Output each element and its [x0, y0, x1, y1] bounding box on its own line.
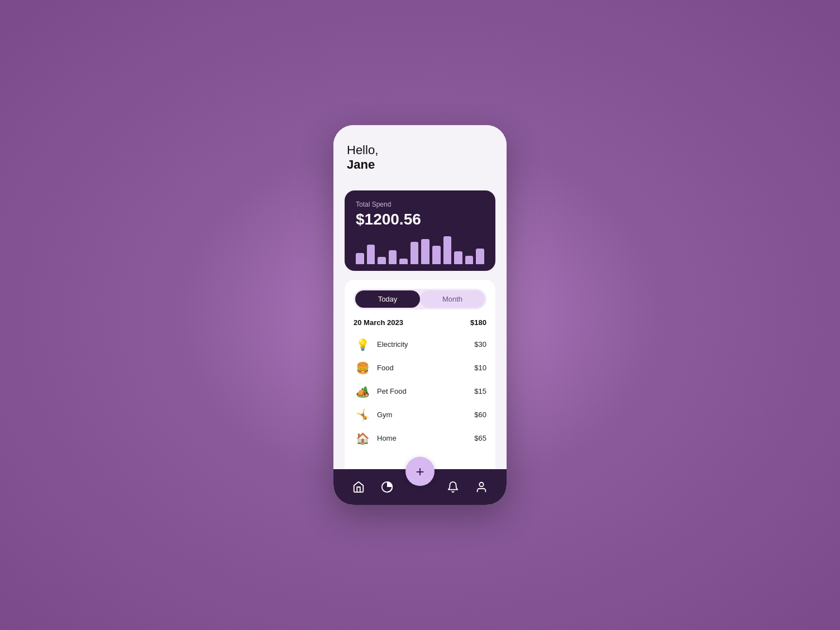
expense-name: Gym	[377, 411, 474, 419]
home-nav-icon[interactable]	[349, 477, 369, 497]
expense-name: Electricity	[377, 340, 474, 349]
bar	[421, 239, 429, 264]
expense-icon: 🍔	[354, 361, 371, 375]
header-section: Hello, Jane	[333, 125, 507, 182]
svg-point-1	[479, 483, 483, 486]
chart-nav-icon[interactable]	[377, 477, 397, 497]
bell-nav-icon[interactable]	[443, 477, 463, 497]
bar	[476, 249, 484, 264]
bar	[411, 242, 419, 264]
bar	[399, 259, 408, 264]
tab-bar: Today Month	[354, 289, 486, 309]
expense-amount: $30	[474, 340, 486, 349]
bar	[443, 236, 452, 264]
spend-card: Total Spend $1200.56	[345, 190, 495, 271]
add-button[interactable]: +	[405, 457, 435, 486]
spend-label: Total Spend	[356, 201, 484, 208]
expense-row[interactable]: 🍔Food$10	[354, 357, 486, 379]
expense-amount: $10	[474, 364, 486, 372]
expense-amount: $15	[474, 387, 486, 395]
expense-amount: $60	[474, 411, 486, 419]
bar	[389, 250, 397, 264]
bar	[356, 253, 364, 264]
profile-nav-icon[interactable]	[471, 477, 491, 497]
date-label: 20 March 2023	[354, 318, 403, 327]
date-row: 20 March 2023 $180	[354, 318, 486, 327]
expense-name: Home	[377, 434, 474, 442]
greeting-hello: Hello,	[347, 143, 493, 157]
tab-today[interactable]: Today	[355, 290, 420, 308]
expense-icon: 🏠	[354, 432, 371, 445]
expense-row[interactable]: 🏕️Pet Food$15	[354, 380, 486, 403]
bar	[465, 256, 474, 264]
expense-list: 💡Electricity$30🍔Food$10🏕️Pet Food$15🤸Gym…	[354, 333, 486, 450]
phone-frame: Hello, Jane Total Spend $1200.56 Today M…	[333, 125, 507, 505]
expense-icon: 🤸	[354, 408, 371, 422]
tab-month[interactable]: Month	[420, 290, 485, 308]
greeting-name: Jane	[347, 157, 493, 172]
content-section: Today Month 20 March 2023 $180 💡Electric…	[345, 280, 495, 469]
expense-row[interactable]: 🏠Home$65	[354, 427, 486, 450]
bar	[454, 251, 462, 264]
expense-name: Food	[377, 364, 474, 372]
bar	[367, 245, 375, 264]
expense-name: Pet Food	[377, 387, 474, 395]
bar	[378, 257, 386, 264]
expense-row[interactable]: 🤸Gym$60	[354, 404, 486, 426]
spend-amount: $1200.56	[356, 211, 484, 228]
expense-icon: 🏕️	[354, 385, 371, 398]
bar-chart	[356, 236, 484, 264]
expense-amount: $65	[474, 434, 486, 442]
expense-icon: 💡	[354, 338, 371, 351]
bottom-nav: +	[333, 469, 507, 505]
bar	[432, 246, 441, 264]
date-total: $180	[470, 318, 486, 327]
expense-row[interactable]: 💡Electricity$30	[354, 333, 486, 356]
